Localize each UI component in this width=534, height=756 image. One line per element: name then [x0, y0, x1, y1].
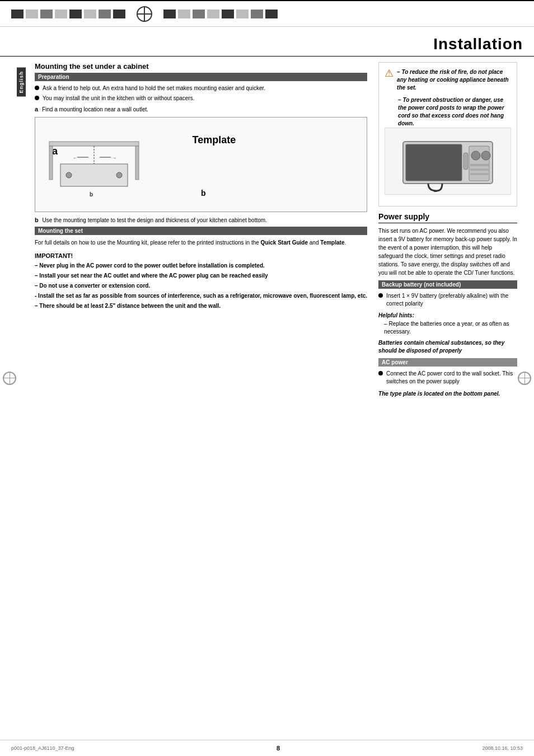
important-item-3: – Do not use a converter or extension co…: [35, 281, 367, 290]
important-item-text: – Install your set near the AC outlet an…: [35, 273, 268, 279]
bar-block: [69, 10, 82, 18]
bullet-item: Ask a friend to help out. An extra hand …: [35, 84, 367, 92]
important-section: IMPORTANT! – Never plug in the AC power …: [35, 252, 367, 310]
crosshair-right: [518, 372, 531, 385]
step-a-line: a Find a mounting location near a wall o…: [35, 106, 367, 112]
svg-rect-2: [135, 146, 139, 180]
svg-rect-0: [49, 142, 139, 146]
main-content: English Mounting the set under a cabinet…: [0, 62, 534, 431]
backup-battery-bar: Backup battery (not included): [378, 280, 517, 289]
page-title-area: Installation: [0, 30, 534, 57]
svg-text:←: ←: [73, 156, 77, 161]
bar-block: [84, 10, 96, 18]
mounting-set-text: For full details on how to use the Mount…: [35, 240, 259, 246]
important-item-5: – There should be at least 2.5" distance…: [35, 302, 367, 310]
mounting-set-bar: Mounting the set: [35, 227, 367, 235]
crosshair-left: [3, 372, 16, 385]
bar-block: [113, 10, 125, 18]
device-svg: [397, 130, 498, 192]
bar-block: [265, 10, 278, 18]
svg-text:→: →: [112, 156, 116, 161]
bar-block: [178, 10, 190, 18]
warning-text-1: – To reduce the risk of fire, do not pla…: [397, 68, 511, 92]
template-b-label: b: [201, 189, 206, 198]
template-box: Template a b: [35, 117, 367, 212]
step-a-label: a: [35, 106, 38, 112]
svg-point-16: [471, 151, 480, 160]
bullet-dot: [378, 293, 383, 298]
page-number: 8: [277, 745, 280, 752]
warning-icon: ⚠: [385, 67, 394, 79]
important-item-text: - Install the set as far as possible fro…: [35, 293, 367, 299]
step-b-text: Use the mounting template to test the de…: [43, 217, 267, 223]
left-bar-segment: [11, 10, 125, 18]
bullet-dot: [35, 96, 39, 100]
svg-rect-13: [406, 144, 462, 181]
helpful-hints-section: Helpful hints: – Replace the batteries o…: [378, 312, 517, 336]
template-label: Template: [193, 134, 236, 146]
bar-block: [55, 10, 67, 18]
bar-block: [251, 10, 263, 18]
power-supply-text: This set runs on AC power. We recommend …: [378, 227, 517, 277]
svg-point-17: [481, 151, 490, 160]
important-item-text: – There should be at least 2.5" distance…: [35, 303, 221, 309]
shelf-illustration: b ← →: [44, 136, 144, 203]
left-column: Mounting the set under a cabinet Prepara…: [35, 62, 367, 398]
power-supply-title: Power supply: [378, 212, 517, 223]
bullet-dot: [378, 371, 383, 375]
bar-block: [222, 10, 234, 18]
svg-text:b: b: [90, 191, 93, 198]
ac-power-bullet-text: Connect the AC power cord to the wall so…: [386, 370, 517, 386]
two-column-layout: English Mounting the set under a cabinet…: [17, 62, 517, 398]
quick-start-guide-text: Quick Start Guide: [261, 240, 308, 246]
bullet-item: You may install the unit in the kitchen …: [35, 95, 367, 102]
top-decorative-bar: [0, 0, 534, 27]
svg-rect-19: [470, 168, 489, 171]
bullet-text: You may install the unit in the kitchen …: [43, 95, 194, 102]
step-a-text: Find a mounting location near a wall out…: [42, 106, 148, 112]
backup-bullet-text: Insert 1 × 9V battery (preferably alkali…: [386, 292, 517, 308]
bullet-dot: [35, 86, 39, 90]
crosshair-center-left: [137, 6, 152, 22]
preparation-bar: Preparation: [35, 73, 367, 81]
ac-power-bullet-item: Connect the AC power cord to the wall so…: [378, 370, 517, 386]
warning-box: ⚠ – To reduce the risk of fire, do not p…: [378, 62, 517, 206]
ac-power-bar: AC power: [378, 358, 517, 367]
backup-bullet-item: Insert 1 × 9V battery (preferably alkali…: [378, 292, 517, 308]
svg-rect-20: [470, 173, 489, 175]
section-title: Mounting the set under a cabinet: [35, 62, 367, 71]
bar-block: [193, 10, 205, 18]
step-b-label: b: [35, 217, 39, 223]
warning-header: ⚠ – To reduce the risk of fire, do not p…: [385, 68, 511, 92]
mounting-set-paragraph: For full details on how to use the Mount…: [35, 238, 367, 247]
important-item-4: - Install the set as far as possible fro…: [35, 292, 367, 300]
bar-block: [207, 10, 219, 18]
helpful-hints-text: – Replace the batteries once a year, or …: [384, 320, 517, 336]
svg-point-5: [116, 172, 122, 178]
page-wrapper: Installation English Mounting the set un…: [0, 0, 534, 756]
batteries-warning: Batteries contain chemical substances, s…: [378, 339, 517, 355]
bar-block: [11, 10, 24, 18]
bullet-text: Ask a friend to help out. An extra hand …: [43, 84, 265, 92]
page-title: Installation: [0, 35, 523, 53]
important-item-2: – Install your set near the AC outlet an…: [35, 271, 367, 280]
important-item-text: – Never plug in the AC power cord to the…: [35, 262, 265, 269]
svg-rect-1: [49, 146, 53, 180]
important-item-text: – Do not use a converter or extension co…: [35, 283, 150, 289]
helpful-hints-label: Helpful hints:: [378, 312, 517, 318]
language-tab: English: [17, 68, 26, 97]
template-ref-text: Template: [320, 240, 344, 246]
important-title: IMPORTANT!: [35, 252, 367, 259]
type-plate-text: The type plate is located on the bottom …: [378, 390, 517, 398]
svg-point-4: [66, 172, 72, 178]
important-item-1: – Never plug in the AC power cord to the…: [35, 261, 367, 270]
file-info: p001-p018_AJ6110_37-Eng: [11, 745, 74, 751]
bottom-bar: p001-p018_AJ6110_37-Eng 8 2008.10.16, 10…: [0, 740, 534, 756]
warning-text-2: – To prevent obstruction or danger, use …: [398, 96, 511, 128]
svg-rect-18: [470, 164, 489, 166]
bar-block: [163, 10, 176, 18]
period: .: [344, 240, 346, 246]
right-column: ⚠ – To reduce the risk of fire, do not p…: [378, 62, 517, 398]
step-b-line: b Use the mounting template to test the …: [35, 217, 367, 223]
device-illustration: [385, 128, 511, 195]
